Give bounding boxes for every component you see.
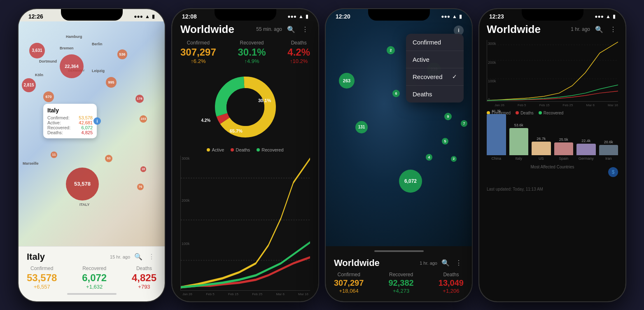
signal-icon-2: ●●●: [287, 14, 296, 19]
notch-4: [522, 9, 583, 21]
map-label-koln: Köln: [35, 73, 43, 77]
bar-group-spain: 25.5k Spain: [554, 138, 574, 161]
confirmed-change-2: ↑6.2%: [180, 58, 216, 64]
menu-item-recovered[interactable]: Recovered ✓: [406, 68, 464, 86]
search-button-1[interactable]: 🔍: [133, 252, 143, 262]
signal-icon-4: ●●●: [595, 14, 604, 19]
gbubble-2b: 2: [451, 156, 457, 162]
notch-3: [368, 9, 430, 21]
scroll-indicator-1: [67, 293, 117, 295]
signal-icon: ●●●: [134, 14, 143, 19]
donut-legend: Active Deaths Recovered: [180, 147, 310, 152]
popup-title: Italy: [47, 107, 93, 114]
popup-active: 42,681: [79, 120, 93, 125]
confirmed-change-3: +18,064: [334, 288, 364, 294]
phone-worldwide-map: 12:20 ●●● ▲ ▮ 2 239 263 6 9 7 131 5 4 2 …: [326, 9, 472, 301]
italy-map[interactable]: Hamburg Bremen Berlin GERMANY Dortmund L…: [19, 21, 165, 246]
phone3-bottom-panel: Worldwide 1 hr. ago 🔍 ⋮ Confirmed 307,29…: [326, 246, 472, 301]
menu-item-confirmed[interactable]: Confirmed: [406, 34, 464, 51]
worldwide-deaths-col-2: Deaths 4.2% ↑10.2%: [287, 40, 310, 64]
donut-active-label: 65.7%: [230, 128, 243, 133]
popup-deaths: 4,825: [81, 130, 93, 135]
recovered-change-1: +1,632: [82, 284, 107, 290]
deaths-value-1: 4,825: [132, 272, 156, 284]
search-button-3[interactable]: 🔍: [441, 258, 450, 268]
phone2-content: Worldwide 55 min. ago 🔍 ⋮ Confirmed 307,…: [172, 21, 318, 301]
x-label-feb5-2: Feb 5: [206, 292, 214, 296]
recovered-label-2: Recovered: [238, 40, 266, 46]
status-icons-1: ●●● ▲ ▮: [134, 14, 155, 19]
deaths-value-3: 13,049: [439, 278, 464, 288]
italy-confirmed-col: Confirmed 53,578 +6,557: [27, 266, 57, 290]
x-label-mar16-4: Mar 16: [608, 103, 618, 107]
gbubble-131: 131: [355, 121, 368, 133]
bubble-11: 11: [51, 152, 57, 158]
x-label-feb5-4: Feb 5: [518, 103, 526, 107]
time-4: 12:23: [489, 13, 504, 20]
phone3-confirmed-col: Confirmed 307,297 +18,064: [334, 272, 364, 294]
wifi-icon-3: ▲: [452, 14, 457, 19]
legend-recovered-4: Recovered: [539, 111, 563, 115]
search-button-4[interactable]: 🔍: [594, 24, 604, 34]
menu-item-active[interactable]: Active: [406, 51, 464, 68]
worldwide-map[interactable]: 2 239 263 6 9 7 131 5 4 2 6,072 i Confir…: [326, 9, 472, 246]
line-chart-svg-4: [487, 40, 618, 101]
map-label-bremen: Bremen: [60, 46, 74, 50]
phone-italy: 12:26 ●●● ▲ ▮ Hamburg Bremen Berlin GERM…: [19, 9, 165, 301]
map-label-hamburg: Hamburg: [66, 35, 82, 39]
deaths-label-3: Deaths: [439, 272, 464, 277]
menu-button-3[interactable]: ⋮: [454, 258, 464, 268]
action-button-4[interactable]: $: [608, 167, 618, 177]
worldwide-stats-row-2: Confirmed 307,297 ↑6.2% Recovered 30.1% …: [180, 40, 310, 64]
last-updated-4: Last updated: Today, 11:13 AM: [487, 187, 618, 191]
map-label-berlin: Berlin: [92, 42, 103, 46]
phone-worldwide-donut: 12:08 ●●● ▲ ▮ Worldwide 55 min. ago 🔍 ⋮ …: [172, 9, 318, 301]
confirmed-label-2: Confirmed: [180, 40, 216, 46]
status-icons-3: ●●● ▲ ▮: [441, 14, 462, 19]
bubble-2815: 2,815: [22, 78, 36, 92]
worldwide-title-4: Worldwide: [487, 23, 541, 36]
x-label-feb15-2: Feb 15: [228, 292, 238, 296]
bar-chart-4: 81.3k China 53.6k Italy 26.7k US 25.5k S…: [487, 119, 618, 185]
popup-confirmed: 53,578: [79, 115, 93, 120]
x-label-mar16-2: Mar 16: [298, 292, 308, 296]
bubble-76: 76: [137, 184, 144, 190]
recovered-value-3: 92,382: [388, 278, 413, 288]
phone3-title-row: Worldwide 1 hr. ago 🔍 ⋮: [334, 258, 464, 268]
legend-recovered: Recovered: [257, 147, 283, 152]
donut-chart: 30.1% 4.2% 65.7%: [180, 70, 310, 144]
x-label-mar6-4: Mar 6: [586, 103, 595, 107]
donut-svg: [210, 72, 280, 142]
menu-button-4[interactable]: ⋮: [608, 24, 618, 34]
gbubble-4: 4: [426, 154, 432, 161]
phones-container: 12:26 ●●● ▲ ▮ Hamburg Bremen Berlin GERM…: [10, 1, 634, 310]
menu-button-1[interactable]: ⋮: [147, 252, 156, 262]
confirmed-label-3: Confirmed: [334, 272, 364, 277]
bar-group-us: 26.7k US: [532, 137, 551, 161]
phone3-updated: 1 hr. ago: [420, 261, 437, 266]
x-label-mar6-2: Mar 6: [276, 292, 284, 296]
deaths-label-2: Deaths: [287, 40, 310, 46]
legend-deaths-4: Deaths: [516, 111, 534, 115]
worldwide-header-2: Worldwide 55 min. ago 🔍 ⋮: [180, 21, 310, 40]
bubble-italy-large: 53,578: [66, 168, 99, 200]
phone1-screen: Hamburg Bremen Berlin GERMANY Dortmund L…: [19, 21, 165, 301]
phone3-stats-row: Confirmed 307,297 +18,064 Recovered 92,3…: [334, 272, 464, 294]
battery-icon-3: ▮: [459, 14, 462, 19]
recovered-value-1: 6,072: [82, 272, 107, 284]
legend-deaths: Deaths: [231, 147, 250, 152]
confirmed-value-2: 307,297: [180, 47, 216, 58]
wifi-icon-4: ▲: [606, 14, 611, 19]
x-label-jan26-2: Jan 26: [182, 292, 192, 296]
legend-active: Active: [207, 147, 224, 152]
bubble-22364: 22,364: [60, 54, 84, 78]
wifi-icon: ▲: [145, 14, 150, 19]
worldwide-confirmed-col-2: Confirmed 307,297 ↑6.2%: [180, 40, 216, 64]
donut-recovered-label: 30.1%: [258, 98, 271, 103]
wifi-icon-2: ▲: [299, 14, 303, 19]
bubble-103: 103: [140, 115, 147, 123]
search-button-2[interactable]: 🔍: [286, 24, 296, 34]
menu-item-deaths[interactable]: Deaths: [406, 86, 464, 103]
info-icon[interactable]: i: [93, 117, 101, 125]
menu-button-2[interactable]: ⋮: [300, 24, 310, 34]
